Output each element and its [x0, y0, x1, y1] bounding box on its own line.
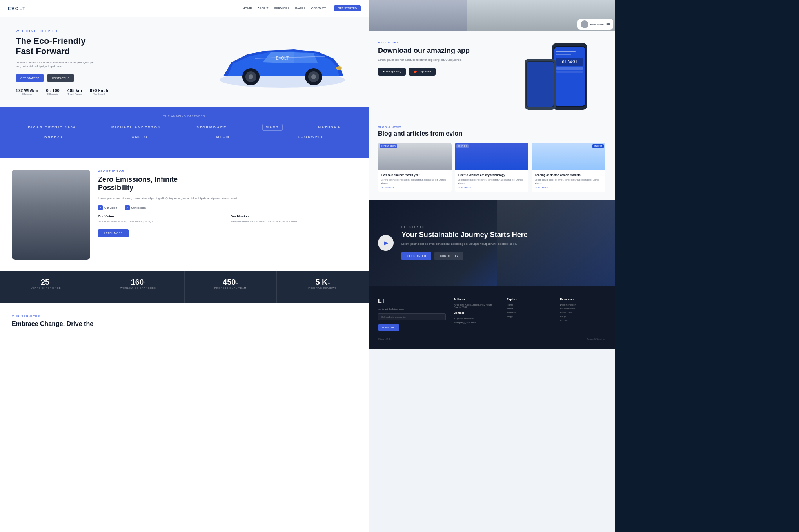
- blog-card-title-1: EV's sale another record year: [381, 173, 449, 177]
- mission-vision: Our Vision Lorem ipsum dolor sit amet, c…: [98, 215, 224, 223]
- hero-title: The Eco-FriendlyFast Forward: [16, 36, 353, 57]
- read-more-1[interactable]: READ MORE: [381, 186, 449, 189]
- explore-services[interactable]: Services: [507, 311, 552, 314]
- nav-link-home: HOME: [243, 7, 252, 10]
- app-section: EVLON APP Download our amazing app Lorem…: [369, 31, 615, 118]
- top-photo-2: Peter Mater 99: [467, 0, 615, 31]
- svg-rect-21: [556, 67, 583, 70]
- explore-about[interactable]: About: [507, 308, 552, 310]
- stat-label-4: Top Speed: [90, 93, 108, 95]
- reviewer-name: Peter Mater: [590, 23, 605, 26]
- footer-section: LT ttar to get the latest news Subscribe…: [369, 286, 615, 349]
- blog-card-content-1: EV's sale another record year Lorem ipsu…: [378, 170, 452, 192]
- cta-btn-secondary[interactable]: CONTACT US: [434, 252, 463, 260]
- cta-buttons: GET STARTED CONTACT US: [401, 252, 605, 260]
- resource-faqs[interactable]: FAQs: [560, 315, 605, 318]
- hero-buttons: GET STARTED CONTACT US: [16, 74, 353, 82]
- top-photo-1: [369, 0, 467, 31]
- footer-col-resources: Resources Documentation Privacy Policy P…: [560, 298, 605, 331]
- resources-title: Resources: [560, 298, 605, 300]
- read-more-2[interactable]: READ MORE: [458, 186, 525, 189]
- svg-rect-16: [554, 47, 585, 106]
- mockup-nav: EVOLT HOME ABOUT SERVICES PAGES CONTACT …: [0, 0, 369, 17]
- stat-num-2: 0 - 100: [46, 88, 59, 93]
- mockup-nav-links: HOME ABOUT SERVICES PAGES CONTACT: [243, 7, 326, 10]
- partner-breezy: BREEZY: [44, 135, 64, 139]
- svg-rect-17: [556, 51, 576, 52]
- about-missions: Our Vision Lorem ipsum dolor sit amet, c…: [98, 215, 357, 223]
- nav-cta-btn[interactable]: GET STARTED: [334, 5, 361, 11]
- stat-efficiency: 172 Wh/km Efficiency: [16, 88, 38, 95]
- about-checkboxes: ✓ Our Vision ✓ Our Mission: [98, 205, 357, 210]
- footer-col-about: LT ttar to get the latest news Subscribe…: [378, 298, 446, 331]
- blog-card-img-1: RECENT NEWS: [378, 143, 452, 170]
- app-store-label: App Store: [419, 70, 431, 73]
- cta-desc: Lorem ipsum dolor sit amet, consectetur …: [401, 242, 519, 246]
- cta-title: Your Sustainable Journey Starts Here: [401, 231, 605, 239]
- stats-reviews-label: POSITIVE REVIEWS: [283, 287, 362, 289]
- read-more-3[interactable]: READ MORE: [535, 186, 602, 189]
- mission-mission-desc: Mauris neque dui, volutpat at velit, nat…: [231, 220, 357, 223]
- hero-stats: 172 Wh/km Efficiency 0 - 100 0 Seconds 4…: [16, 88, 353, 95]
- resource-docs[interactable]: Documentation: [560, 304, 605, 306]
- footer-bottom-terms[interactable]: Terms & Services: [587, 338, 605, 340]
- google-play-icon: ▶: [383, 70, 385, 73]
- stat-acceleration: 0 - 100 0 Seconds: [46, 88, 59, 95]
- explore-home[interactable]: Home: [507, 304, 552, 306]
- contact-title: Contact: [454, 311, 499, 314]
- check-label-vision: Our Vision: [104, 206, 117, 209]
- mission-vision-desc: Lorem ipsum dolor sit amet, consectetur …: [98, 220, 224, 223]
- play-button[interactable]: ▶: [378, 235, 394, 251]
- stats-team-label: PROFESSIONAL TEAM: [191, 287, 270, 289]
- email-text: example@gmail.com: [454, 321, 499, 324]
- footer-tagline: ttar to get the latest news: [378, 308, 446, 310]
- hero-btn-secondary[interactable]: CONTACT US: [47, 74, 74, 82]
- mockup-main: EVOLT HOME ABOUT SERVICES PAGES CONTACT …: [0, 0, 369, 532]
- card-badge-2: FEATURE: [456, 144, 469, 148]
- services-section: OUR SERVICES Embrace Change, Drive the: [0, 303, 369, 339]
- phone-text: +1 (334) 567-890 00: [454, 317, 499, 320]
- partners-row-1: BICAS ORENIO 1900 MICHAEL ANDERSON STORM…: [12, 124, 357, 131]
- hero-btn-primary[interactable]: GET STARTED: [16, 74, 44, 82]
- hero-subtitle: WELCOME TO EVOLT: [16, 29, 353, 33]
- right-side: Peter Mater 99 EVLON APP Download our am…: [369, 0, 615, 532]
- stats-bar: 25° YEARS EXPERIENCE 160° WORLDWIDE BRAN…: [0, 271, 369, 303]
- cta-content: GET STARTED Your Sustainable Journey Sta…: [378, 226, 605, 260]
- resource-press[interactable]: Press Files: [560, 311, 605, 314]
- about-check-vision: ✓ Our Vision: [98, 205, 117, 210]
- hero-desc: Lorem ipsum dolor sit amet, consectetur …: [16, 61, 94, 69]
- mission-mission-title: Our Mission: [231, 215, 357, 218]
- partner-bicas: BICAS ORENIO 1900: [28, 125, 76, 129]
- explore-title: Explore: [507, 298, 552, 300]
- newsletter-btn[interactable]: SUBSCRIBE: [378, 324, 400, 331]
- stats-experience: 25° YEARS EXPERIENCE: [0, 271, 92, 303]
- nav-link-about: ABOUT: [258, 7, 269, 10]
- mockup-hero: WELCOME TO EVOLT The Eco-FriendlyFast Fo…: [0, 17, 369, 107]
- stats-exp-label: YEARS EXPERIENCE: [6, 287, 85, 289]
- nav-link-pages: PAGES: [295, 7, 306, 10]
- card-badge-3: MARKET: [592, 144, 604, 148]
- mission-vision-title: Our Vision: [98, 215, 224, 218]
- stats-branches-number: 160°: [98, 278, 178, 287]
- footer-bottom-privacy[interactable]: Privacy Policy: [378, 338, 392, 340]
- app-store-btn[interactable]: 🍎 App Store: [409, 68, 436, 76]
- google-play-btn[interactable]: ▶ Google Play: [378, 68, 406, 76]
- svg-rect-18: [556, 54, 571, 55]
- partner-stormware: STORMWARE: [196, 125, 227, 129]
- nav-link-contact: CONTACT: [311, 7, 326, 10]
- stats-exp-number: 25°: [6, 278, 85, 287]
- mission-mission: Our Mission Mauris neque dui, volutpat a…: [231, 215, 357, 223]
- resource-contact[interactable]: Contact: [560, 319, 605, 322]
- about-section: ABOUT EVLON Zero Emissions, InfinitePoss…: [0, 158, 369, 271]
- phone-mockup-container: 01:34:31: [521, 39, 599, 119]
- services-title: Embrace Change, Drive the: [12, 320, 357, 328]
- stats-reviews-number: 5 K+: [283, 278, 362, 287]
- partner-onflo: ONFLO: [131, 135, 148, 139]
- stats-branches: 160° WORLDWIDE BRANCHES: [92, 271, 184, 303]
- resource-privacy[interactable]: Privacy Policy: [560, 308, 605, 310]
- learn-more-btn[interactable]: LEARN MORE: [98, 229, 129, 237]
- services-subtitle: OUR SERVICES: [12, 315, 357, 318]
- blog-card-desc-2: Lorem ipsum dolor sit amet, consectetur …: [458, 178, 525, 185]
- cta-btn-primary[interactable]: GET STARTED: [401, 252, 431, 260]
- explore-blogs[interactable]: Blogs: [507, 315, 552, 318]
